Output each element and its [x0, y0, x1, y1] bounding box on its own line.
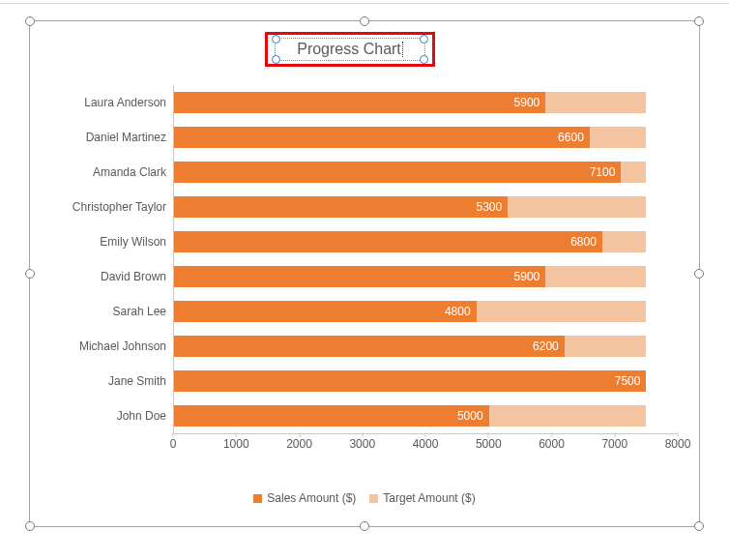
bar-row: Michael Johnson6200: [174, 329, 678, 364]
legend-item-sales[interactable]: Sales Amount ($): [253, 491, 356, 505]
text-cursor: [402, 42, 403, 57]
plot-area[interactable]: Laura Anderson5900Daniel Martinez6600Ama…: [173, 85, 678, 434]
title-handle-sw[interactable]: [272, 55, 280, 64]
y-axis-label: Jane Smith: [52, 364, 172, 398]
bar-sales[interactable]: 5900: [174, 266, 545, 287]
bar-sales[interactable]: 7100: [174, 162, 621, 183]
legend-label-target: Target Amount ($): [383, 491, 475, 505]
bar-sales[interactable]: 5000: [174, 405, 489, 427]
title-handle-nw[interactable]: [272, 35, 280, 44]
bar-sales[interactable]: 5300: [174, 196, 508, 218]
y-axis-label: Sarah Lee: [52, 294, 172, 329]
x-axis-tick: 2000: [286, 437, 312, 451]
legend-item-target[interactable]: Target Amount ($): [369, 491, 475, 505]
bar-sales[interactable]: 4800: [174, 301, 477, 322]
legend-label-sales: Sales Amount ($): [267, 491, 356, 505]
resize-handle-nw[interactable]: [25, 16, 35, 26]
x-axis-tick: 7000: [601, 437, 627, 451]
bar-sales[interactable]: 7500: [174, 370, 646, 392]
bar-row: David Brown5900: [174, 259, 678, 294]
chart-title[interactable]: Progress Chart: [297, 41, 401, 58]
resize-handle-n[interactable]: [360, 16, 369, 26]
resize-handle-ne[interactable]: [694, 16, 704, 26]
title-handle-se[interactable]: [420, 55, 428, 64]
spreadsheet-gridline: [0, 3, 729, 4]
x-axis-tick: 4000: [413, 437, 439, 451]
bar-row: Christopher Taylor5300: [174, 190, 678, 224]
plot-wrap: Laura Anderson5900Daniel Martinez6600Ama…: [51, 85, 678, 453]
bar-row: Daniel Martinez6600: [174, 120, 678, 155]
legend-swatch-target: [369, 494, 378, 503]
bar-row: Amanda Clark7100: [174, 155, 678, 190]
chart-title-highlight: Progress Chart: [265, 32, 435, 67]
resize-handle-sw[interactable]: [25, 521, 35, 531]
legend-swatch-sales: [253, 494, 262, 503]
chart-title-editbox[interactable]: Progress Chart: [275, 38, 425, 61]
x-axis-tick: 8000: [665, 437, 691, 451]
resize-handle-w[interactable]: [25, 269, 35, 279]
y-axis-label: David Brown: [52, 259, 172, 294]
bar-sales[interactable]: 6800: [174, 231, 602, 252]
y-axis-label: Laura Anderson: [52, 85, 172, 120]
bar-sales[interactable]: 6200: [174, 336, 565, 357]
resize-handle-se[interactable]: [694, 521, 704, 531]
resize-handle-e[interactable]: [694, 269, 704, 279]
bar-sales[interactable]: 6600: [174, 127, 590, 148]
y-axis-label: Christopher Taylor: [52, 190, 172, 224]
y-axis-label: Amanda Clark: [52, 155, 172, 190]
y-axis-label: John Doe: [52, 398, 172, 433]
x-axis-tick: 0: [170, 437, 177, 451]
resize-handle-s[interactable]: [360, 521, 369, 531]
bar-sales[interactable]: 5900: [174, 92, 545, 113]
bar-row: Emily Wilson6800: [174, 224, 678, 259]
x-axis-tick: 1000: [223, 437, 249, 451]
title-handle-ne[interactable]: [420, 35, 428, 44]
legend[interactable]: Sales Amount ($) Target Amount ($): [30, 491, 699, 505]
y-axis-label: Daniel Martinez: [52, 120, 172, 155]
bar-row: Jane Smith7500: [174, 364, 678, 398]
x-axis-tick: 5000: [476, 437, 502, 451]
bar-row: Laura Anderson5900: [174, 85, 678, 120]
bar-row: Sarah Lee4800: [174, 294, 678, 329]
y-axis-label: Michael Johnson: [52, 329, 172, 364]
y-axis-label: Emily Wilson: [52, 224, 172, 259]
x-axis-tick: 3000: [349, 437, 375, 451]
x-axis-tick: 6000: [539, 437, 565, 451]
chart-object-frame[interactable]: Progress Chart Laura Anderson5900Daniel …: [29, 20, 700, 527]
bar-row: John Doe5000: [174, 398, 678, 433]
